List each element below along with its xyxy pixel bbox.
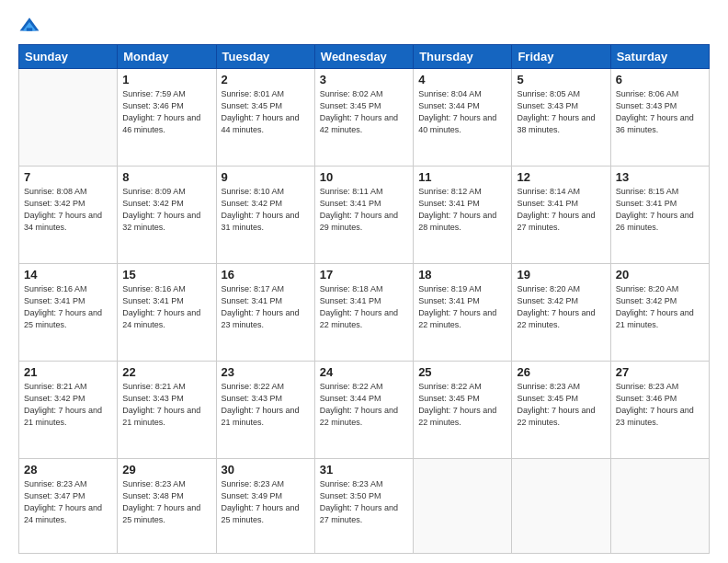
calendar-cell: 13Sunrise: 8:15 AM Sunset: 3:41 PM Dayli… bbox=[610, 166, 709, 263]
day-number: 30 bbox=[222, 463, 310, 477]
day-info: Sunrise: 8:16 AM Sunset: 3:41 PM Dayligh… bbox=[122, 283, 210, 331]
calendar-cell: 2Sunrise: 8:01 AM Sunset: 3:45 PM Daylig… bbox=[216, 69, 314, 167]
calendar-cell: 16Sunrise: 8:17 AM Sunset: 3:41 PM Dayli… bbox=[216, 263, 314, 361]
day-info: Sunrise: 7:59 AM Sunset: 3:46 PM Dayligh… bbox=[122, 88, 210, 136]
day-info: Sunrise: 8:05 AM Sunset: 3:43 PM Dayligh… bbox=[517, 88, 605, 136]
calendar-cell: 14Sunrise: 8:16 AM Sunset: 3:41 PM Dayli… bbox=[19, 263, 118, 361]
day-info: Sunrise: 8:01 AM Sunset: 3:45 PM Dayligh… bbox=[222, 88, 310, 136]
calendar-cell: 22Sunrise: 8:21 AM Sunset: 3:43 PM Dayli… bbox=[118, 361, 216, 458]
calendar-cell bbox=[19, 69, 118, 167]
calendar-cell: 23Sunrise: 8:22 AM Sunset: 3:43 PM Dayli… bbox=[216, 361, 314, 458]
day-number: 10 bbox=[320, 170, 408, 184]
calendar-cell: 11Sunrise: 8:12 AM Sunset: 3:41 PM Dayli… bbox=[414, 166, 512, 263]
day-info: Sunrise: 8:16 AM Sunset: 3:41 PM Dayligh… bbox=[24, 283, 112, 331]
day-info: Sunrise: 8:15 AM Sunset: 3:41 PM Dayligh… bbox=[616, 186, 704, 234]
calendar-cell: 24Sunrise: 8:22 AM Sunset: 3:44 PM Dayli… bbox=[314, 361, 413, 458]
calendar-cell bbox=[610, 458, 709, 554]
calendar-header-saturday: Saturday bbox=[610, 45, 709, 69]
day-number: 27 bbox=[616, 365, 704, 379]
day-number: 21 bbox=[24, 365, 112, 379]
calendar-header-thursday: Thursday bbox=[414, 45, 512, 69]
day-info: Sunrise: 8:19 AM Sunset: 3:41 PM Dayligh… bbox=[418, 283, 506, 331]
day-info: Sunrise: 8:12 AM Sunset: 3:41 PM Dayligh… bbox=[418, 186, 506, 234]
calendar-cell: 20Sunrise: 8:20 AM Sunset: 3:42 PM Dayli… bbox=[610, 263, 709, 361]
day-number: 26 bbox=[517, 365, 605, 379]
calendar-cell: 4Sunrise: 8:04 AM Sunset: 3:44 PM Daylig… bbox=[414, 69, 512, 167]
day-info: Sunrise: 8:22 AM Sunset: 3:44 PM Dayligh… bbox=[320, 381, 408, 429]
day-number: 5 bbox=[517, 73, 605, 86]
day-info: Sunrise: 8:21 AM Sunset: 3:42 PM Dayligh… bbox=[24, 381, 112, 429]
day-number: 1 bbox=[122, 73, 210, 86]
day-info: Sunrise: 8:02 AM Sunset: 3:45 PM Dayligh… bbox=[320, 88, 408, 136]
day-number: 12 bbox=[517, 170, 605, 184]
calendar-week-row: 28Sunrise: 8:23 AM Sunset: 3:47 PM Dayli… bbox=[19, 458, 710, 554]
day-number: 20 bbox=[616, 268, 704, 282]
day-number: 13 bbox=[616, 170, 704, 184]
calendar-header-sunday: Sunday bbox=[19, 45, 118, 69]
day-number: 29 bbox=[122, 463, 210, 477]
calendar-cell: 10Sunrise: 8:11 AM Sunset: 3:41 PM Dayli… bbox=[314, 166, 413, 263]
calendar-cell: 3Sunrise: 8:02 AM Sunset: 3:45 PM Daylig… bbox=[314, 69, 413, 167]
day-number: 25 bbox=[418, 365, 506, 379]
calendar-header-monday: Monday bbox=[118, 45, 216, 69]
day-info: Sunrise: 8:08 AM Sunset: 3:42 PM Dayligh… bbox=[24, 186, 112, 234]
day-number: 15 bbox=[122, 268, 210, 282]
calendar-week-row: 1Sunrise: 7:59 AM Sunset: 3:46 PM Daylig… bbox=[19, 69, 710, 167]
day-number: 22 bbox=[122, 365, 210, 379]
day-number: 9 bbox=[222, 170, 310, 184]
calendar-cell bbox=[414, 458, 512, 554]
calendar-cell: 30Sunrise: 8:23 AM Sunset: 3:49 PM Dayli… bbox=[216, 458, 314, 554]
day-number: 11 bbox=[418, 170, 506, 184]
day-number: 7 bbox=[24, 170, 112, 184]
calendar-cell: 9Sunrise: 8:10 AM Sunset: 3:42 PM Daylig… bbox=[216, 166, 314, 263]
day-info: Sunrise: 8:17 AM Sunset: 3:41 PM Dayligh… bbox=[222, 283, 310, 331]
calendar-week-row: 14Sunrise: 8:16 AM Sunset: 3:41 PM Dayli… bbox=[19, 263, 710, 361]
calendar-cell: 8Sunrise: 8:09 AM Sunset: 3:42 PM Daylig… bbox=[118, 166, 216, 263]
calendar-header-tuesday: Tuesday bbox=[216, 45, 314, 69]
day-number: 2 bbox=[222, 73, 310, 86]
calendar-cell: 19Sunrise: 8:20 AM Sunset: 3:42 PM Dayli… bbox=[512, 263, 610, 361]
calendar-header-wednesday: Wednesday bbox=[314, 45, 413, 69]
day-info: Sunrise: 8:20 AM Sunset: 3:42 PM Dayligh… bbox=[517, 283, 605, 331]
day-info: Sunrise: 8:14 AM Sunset: 3:41 PM Dayligh… bbox=[517, 186, 605, 234]
day-info: Sunrise: 8:06 AM Sunset: 3:43 PM Dayligh… bbox=[616, 88, 704, 136]
day-number: 3 bbox=[320, 73, 408, 86]
day-info: Sunrise: 8:23 AM Sunset: 3:45 PM Dayligh… bbox=[517, 381, 605, 429]
calendar-cell: 7Sunrise: 8:08 AM Sunset: 3:42 PM Daylig… bbox=[19, 166, 118, 263]
calendar-cell: 5Sunrise: 8:05 AM Sunset: 3:43 PM Daylig… bbox=[512, 69, 610, 167]
calendar-cell: 6Sunrise: 8:06 AM Sunset: 3:43 PM Daylig… bbox=[610, 69, 709, 167]
day-info: Sunrise: 8:23 AM Sunset: 3:50 PM Dayligh… bbox=[320, 478, 408, 526]
day-info: Sunrise: 8:22 AM Sunset: 3:45 PM Dayligh… bbox=[418, 381, 506, 429]
calendar-cell: 1Sunrise: 7:59 AM Sunset: 3:46 PM Daylig… bbox=[118, 69, 216, 167]
calendar-header-friday: Friday bbox=[512, 45, 610, 69]
logo-icon bbox=[18, 15, 40, 37]
day-info: Sunrise: 8:23 AM Sunset: 3:47 PM Dayligh… bbox=[24, 478, 112, 526]
calendar-cell: 27Sunrise: 8:23 AM Sunset: 3:46 PM Dayli… bbox=[610, 361, 709, 458]
day-info: Sunrise: 8:22 AM Sunset: 3:43 PM Dayligh… bbox=[222, 381, 310, 429]
day-info: Sunrise: 8:23 AM Sunset: 3:48 PM Dayligh… bbox=[122, 478, 210, 526]
calendar-header-row: SundayMondayTuesdayWednesdayThursdayFrid… bbox=[19, 45, 710, 69]
day-info: Sunrise: 8:20 AM Sunset: 3:42 PM Dayligh… bbox=[616, 283, 704, 331]
calendar-cell: 31Sunrise: 8:23 AM Sunset: 3:50 PM Dayli… bbox=[314, 458, 413, 554]
day-info: Sunrise: 8:23 AM Sunset: 3:49 PM Dayligh… bbox=[222, 478, 310, 526]
day-number: 28 bbox=[24, 463, 112, 477]
calendar-cell: 12Sunrise: 8:14 AM Sunset: 3:41 PM Dayli… bbox=[512, 166, 610, 263]
calendar-table: SundayMondayTuesdayWednesdayThursdayFrid… bbox=[18, 44, 710, 554]
day-number: 8 bbox=[122, 170, 210, 184]
header bbox=[18, 15, 710, 37]
calendar-cell: 26Sunrise: 8:23 AM Sunset: 3:45 PM Dayli… bbox=[512, 361, 610, 458]
day-info: Sunrise: 8:11 AM Sunset: 3:41 PM Dayligh… bbox=[320, 186, 408, 234]
calendar-week-row: 21Sunrise: 8:21 AM Sunset: 3:42 PM Dayli… bbox=[19, 361, 710, 458]
calendar-cell: 21Sunrise: 8:21 AM Sunset: 3:42 PM Dayli… bbox=[19, 361, 118, 458]
day-number: 17 bbox=[320, 268, 408, 282]
calendar-cell: 29Sunrise: 8:23 AM Sunset: 3:48 PM Dayli… bbox=[118, 458, 216, 554]
day-info: Sunrise: 8:21 AM Sunset: 3:43 PM Dayligh… bbox=[122, 381, 210, 429]
day-info: Sunrise: 8:04 AM Sunset: 3:44 PM Dayligh… bbox=[418, 88, 506, 136]
calendar-cell: 28Sunrise: 8:23 AM Sunset: 3:47 PM Dayli… bbox=[19, 458, 118, 554]
calendar-cell bbox=[512, 458, 610, 554]
day-info: Sunrise: 8:18 AM Sunset: 3:41 PM Dayligh… bbox=[320, 283, 408, 331]
calendar-week-row: 7Sunrise: 8:08 AM Sunset: 3:42 PM Daylig… bbox=[19, 166, 710, 263]
day-number: 4 bbox=[418, 73, 506, 86]
svg-rect-2 bbox=[27, 28, 32, 30]
day-number: 31 bbox=[320, 463, 408, 477]
